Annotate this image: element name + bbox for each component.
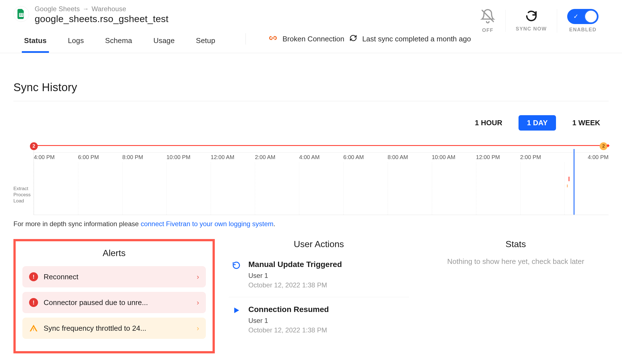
range-1week[interactable]: 1 WEEK: [564, 115, 609, 131]
alert-text: Reconnect: [44, 273, 191, 281]
xlabel: 8:00 PM: [122, 154, 166, 160]
error-span-line: [34, 145, 605, 146]
stats-empty-text: Nothing to show here yet, check back lat…: [423, 257, 609, 266]
alert-text: Connector paused due to unre...: [44, 298, 191, 307]
xlabel: 10:00 AM: [432, 154, 476, 160]
status-line: Broken Connection Last sync completed a …: [268, 34, 471, 44]
sync-icon: [349, 34, 357, 44]
alert-sync-throttled[interactable]: Sync frequency throttled to 24... ›: [22, 318, 206, 339]
xlabel: 6:00 AM: [343, 154, 388, 160]
current-time-line: [574, 149, 574, 215]
user-action-user: User 1: [248, 317, 329, 325]
chevron-right-icon: ›: [197, 298, 199, 307]
tab-status[interactable]: Status: [22, 32, 49, 53]
enabled-label: ENABLED: [569, 27, 597, 33]
user-action-item[interactable]: Manual Update Triggered User 1 October 1…: [229, 257, 409, 297]
footnote-prefix: For more in depth sync information pleas…: [13, 220, 141, 228]
range-1day[interactable]: 1 DAY: [519, 115, 556, 131]
user-action-item[interactable]: Connection Resumed User 1 October 12, 20…: [229, 297, 409, 342]
google-sheets-icon: [13, 6, 29, 22]
xlabel: 10:00 PM: [166, 154, 211, 160]
user-action-body: Connection Resumed User 1 October 12, 20…: [248, 305, 329, 334]
xlabel: 4:00 AM: [299, 154, 343, 160]
tab-schema[interactable]: Schema: [103, 32, 135, 53]
breadcrumb: Google Sheets → Warehouse: [35, 5, 168, 13]
divider: [13, 101, 609, 101]
user-action-title: Manual Update Triggered: [248, 260, 342, 269]
xlabel: 6:00 PM: [78, 154, 122, 160]
tab-setup[interactable]: Setup: [194, 32, 218, 53]
alert-reconnect[interactable]: ! Reconnect ›: [22, 266, 206, 287]
error-badge-end[interactable]: 2: [600, 142, 607, 150]
x-axis: [34, 152, 609, 153]
sync-timeline-chart: Extract Process Load 2 2 4:00 PM 6:00 PM…: [13, 142, 609, 215]
sync-now-label: SYNC NOW: [516, 26, 547, 32]
user-actions-list: Manual Update Triggered User 1 October 1…: [226, 257, 412, 342]
stats-title: Stats: [423, 239, 609, 249]
chevron-right-icon: ›: [197, 273, 199, 281]
refresh-icon: [525, 10, 538, 23]
divider: [246, 33, 246, 44]
arrow-right-icon: →: [83, 5, 89, 13]
sync-now-button[interactable]: SYNC NOW: [505, 10, 557, 32]
user-action-time: October 12, 2022 1:38 PM: [248, 281, 342, 289]
user-action-user: User 1: [248, 272, 342, 280]
xlabel: 12:00 AM: [211, 154, 255, 160]
xlabel: 12:00 PM: [476, 154, 520, 160]
user-actions-panel: User Actions Manual Update Triggered Use…: [226, 239, 412, 342]
alerts-panel: Alerts ! Reconnect › ! Connector paused …: [13, 239, 215, 353]
enabled-toggle-wrap: ✓ ENABLED: [557, 9, 609, 33]
lower-columns: Alerts ! Reconnect › ! Connector paused …: [13, 239, 609, 353]
error-badge-start[interactable]: 2: [30, 142, 38, 150]
header: Google Sheets → Warehouse google_sheets.…: [0, 0, 622, 53]
title-block: Google Sheets → Warehouse google_sheets.…: [35, 5, 168, 24]
ylabel-load: Load: [13, 198, 30, 204]
toggle-knob: [585, 10, 597, 23]
footnote-suffix: .: [274, 220, 275, 228]
play-icon: [232, 305, 241, 315]
chart-grid: [34, 162, 609, 215]
ylabel-process: Process: [13, 192, 30, 198]
header-right: OFF SYNC NOW ✓ ENABLED: [470, 8, 609, 33]
chevron-right-icon: ›: [197, 324, 199, 333]
error-icon: !: [29, 272, 38, 281]
user-actions-title: User Actions: [226, 239, 412, 249]
xlabel: 2:00 PM: [520, 154, 564, 160]
error-icon: !: [29, 298, 38, 307]
check-icon: ✓: [573, 13, 578, 20]
range-1hour[interactable]: 1 HOUR: [466, 115, 511, 131]
user-action-time: October 12, 2022 1:38 PM: [248, 326, 329, 334]
notifications-toggle[interactable]: OFF: [470, 8, 505, 33]
xlabel: 4:00 PM: [34, 154, 78, 160]
refresh-icon: [232, 260, 241, 270]
chart-y-labels: Extract Process Load: [13, 142, 30, 215]
alerts-title: Alerts: [22, 248, 206, 258]
main: Sync History 1 HOUR 1 DAY 1 WEEK Extract…: [0, 53, 622, 353]
breadcrumb-dest: Warehouse: [92, 5, 126, 13]
sync-history-title: Sync History: [13, 81, 609, 94]
extract-marker: [569, 177, 569, 181]
chart-area[interactable]: 2 2 4:00 PM 6:00 PM 8:00 PM 10:00 PM 12:…: [34, 142, 609, 215]
xlabel: 2:00 AM: [255, 154, 299, 160]
alert-text: Sync frequency throttled to 24...: [44, 324, 191, 333]
alert-connector-paused[interactable]: ! Connector paused due to unre... ›: [22, 292, 206, 313]
user-action-title: Connection Resumed: [248, 305, 329, 314]
x-axis-labels: 4:00 PM 6:00 PM 8:00 PM 10:00 PM 12:00 A…: [34, 154, 609, 160]
process-marker: [567, 185, 568, 187]
footnote-link[interactable]: connect Fivetran to your own logging sys…: [141, 220, 274, 228]
range-selector: 1 HOUR 1 DAY 1 WEEK: [13, 115, 609, 131]
breadcrumb-source: Google Sheets: [35, 5, 80, 13]
enabled-toggle[interactable]: ✓: [567, 9, 599, 24]
tabs: Status Logs Schema Usage Setup: [22, 32, 218, 53]
xlabel: 8:00 AM: [388, 154, 432, 160]
xlabel: 4:00 PM: [564, 154, 609, 160]
bell-off-icon: [480, 8, 495, 25]
broken-link-icon: [268, 34, 277, 44]
status-broken-text: Broken Connection: [282, 35, 344, 43]
tab-logs[interactable]: Logs: [66, 32, 86, 53]
ylabel-extract: Extract: [13, 186, 30, 192]
stats-panel: Stats Nothing to show here yet, check ba…: [423, 239, 609, 266]
tab-usage[interactable]: Usage: [151, 32, 177, 53]
warning-icon: [29, 324, 38, 333]
chart-footnote: For more in depth sync information pleas…: [13, 220, 609, 228]
